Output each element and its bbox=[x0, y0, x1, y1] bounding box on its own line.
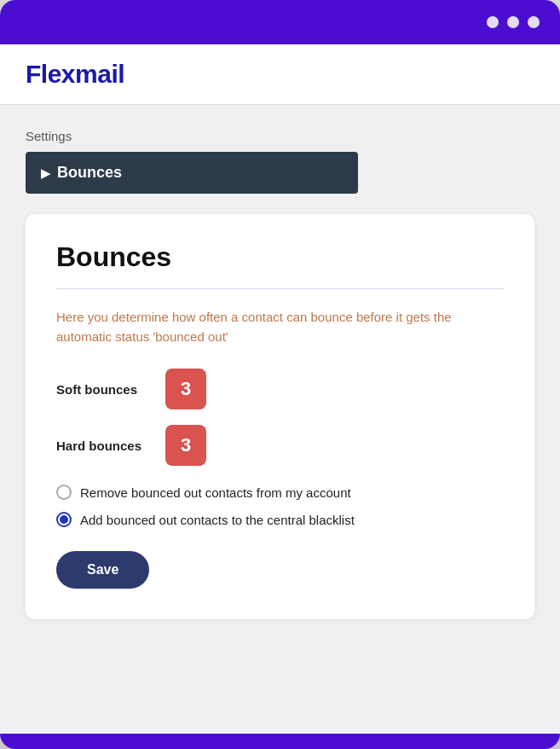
hard-bounce-badge[interactable]: 3 bbox=[165, 425, 206, 466]
dot-2 bbox=[507, 16, 519, 28]
soft-bounce-badge[interactable]: 3 bbox=[165, 369, 206, 409]
radio-inner-blacklist bbox=[60, 515, 68, 524]
hard-bounce-row: Hard bounces 3 bbox=[56, 425, 504, 466]
dot-1 bbox=[487, 16, 499, 28]
app-window: Flexmail Settings ▶ Bounces Bounces Here… bbox=[0, 0, 560, 749]
content-area: Settings ▶ Bounces Bounces Here you dete… bbox=[0, 105, 560, 734]
title-bar bbox=[0, 0, 560, 44]
dot-3 bbox=[528, 16, 540, 28]
logo: Flexmail bbox=[26, 60, 534, 89]
soft-bounce-row: Soft bounces 3 bbox=[56, 369, 504, 409]
radio-circle-blacklist bbox=[56, 512, 72, 527]
bounces-card: Bounces Here you determine how often a c… bbox=[26, 214, 534, 619]
radio-circle-remove bbox=[56, 485, 72, 500]
radio-blacklist[interactable]: Add bounced out contacts to the central … bbox=[56, 512, 504, 527]
description-text: Here you determine how often a contact c… bbox=[56, 308, 504, 346]
card-title: Bounces bbox=[56, 241, 504, 273]
soft-bounce-label: Soft bounces bbox=[56, 382, 150, 397]
settings-label: Settings bbox=[26, 129, 534, 143]
radio-group: Remove bounced out contacts from my acco… bbox=[56, 485, 504, 527]
radio-remove[interactable]: Remove bounced out contacts from my acco… bbox=[56, 485, 504, 500]
nav-item-label: Bounces bbox=[57, 164, 122, 182]
chevron-icon: ▶ bbox=[41, 166, 50, 180]
bounces-nav-item[interactable]: ▶ Bounces bbox=[26, 152, 358, 194]
header: Flexmail bbox=[0, 44, 560, 105]
footer-bar bbox=[0, 734, 560, 749]
title-bar-dots bbox=[487, 16, 540, 28]
radio-blacklist-label: Add bounced out contacts to the central … bbox=[80, 513, 355, 527]
divider bbox=[56, 288, 504, 289]
radio-remove-label: Remove bounced out contacts from my acco… bbox=[80, 485, 351, 500]
save-button[interactable]: Save bbox=[56, 551, 149, 589]
hard-bounce-label: Hard bounces bbox=[56, 438, 150, 453]
